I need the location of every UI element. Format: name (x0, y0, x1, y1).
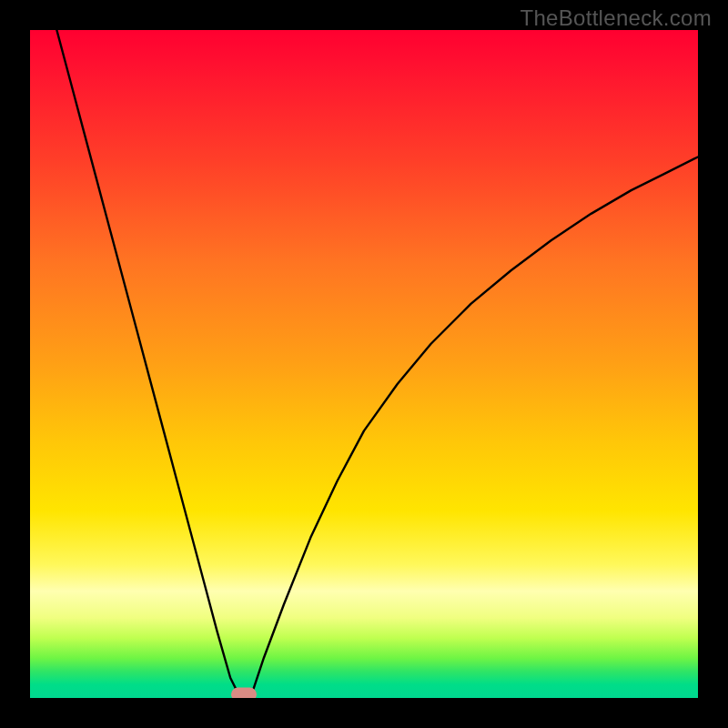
curve-right (250, 157, 698, 698)
chart-container: TheBottleneck.com (0, 0, 728, 728)
watermark-text: TheBottleneck.com (520, 5, 712, 31)
curve-svg (30, 30, 698, 698)
optimum-marker (231, 688, 257, 698)
plot-area (30, 30, 698, 698)
curve-left (56, 30, 240, 698)
